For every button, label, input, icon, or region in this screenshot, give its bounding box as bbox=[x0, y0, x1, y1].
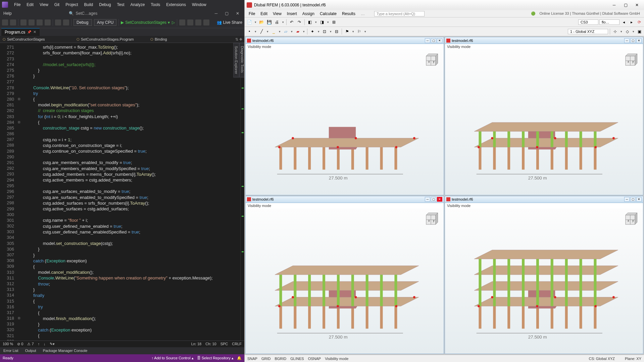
nav-down-icon[interactable]: ↓ bbox=[44, 342, 46, 346]
nav-cube[interactable]: z y bbox=[422, 51, 440, 70]
crumb-split-icon[interactable]: ⇅ ✚ bbox=[233, 37, 244, 42]
view-min-icon[interactable]: ─ bbox=[624, 197, 630, 202]
open-icon[interactable] bbox=[29, 19, 35, 25]
code-editor[interactable]: 2712722732742752762772782792802812822832… bbox=[0, 43, 244, 341]
nav-cube[interactable]: z y bbox=[422, 210, 440, 229]
minimize-button[interactable]: ─ bbox=[211, 10, 221, 17]
menu-insert[interactable]: Insert bbox=[284, 11, 300, 17]
nav-cube[interactable]: z y bbox=[621, 51, 640, 70]
nav-up-icon[interactable]: ↑ bbox=[38, 342, 40, 346]
tool-icon[interactable]: ⊹ bbox=[612, 28, 618, 35]
new-icon[interactable] bbox=[20, 19, 27, 25]
nav-cube[interactable]: z y bbox=[621, 210, 640, 229]
crumb-member[interactable]: Binding bbox=[148, 37, 170, 42]
overview-ruler[interactable] bbox=[240, 43, 244, 341]
flo-select[interactable]: flo… bbox=[599, 19, 620, 25]
line-icon[interactable]: ╱ bbox=[258, 28, 265, 35]
bottom-tab[interactable]: Error List bbox=[0, 348, 22, 354]
crumb-class[interactable]: SetConstructionStages.Program bbox=[74, 37, 148, 42]
refresh-icon[interactable]: ⟳ bbox=[636, 19, 643, 25]
glines[interactable]: GLINES bbox=[290, 357, 304, 361]
new-icon[interactable]: 📄 bbox=[246, 19, 253, 25]
print-icon[interactable]: 🖨 bbox=[274, 19, 280, 25]
tool-icon[interactable]: ▣ bbox=[636, 28, 643, 35]
view-close-icon[interactable]: ✕ bbox=[437, 197, 442, 202]
view-max-icon[interactable]: ▢ bbox=[431, 38, 436, 43]
config-select[interactable]: Debug bbox=[73, 19, 92, 26]
grid[interactable]: GRID bbox=[261, 357, 271, 361]
tool-icon[interactable]: ◧ bbox=[306, 19, 313, 25]
menu-analyze[interactable]: Analyze bbox=[128, 1, 148, 8]
menu-project[interactable]: Project bbox=[63, 1, 81, 8]
minimize-button[interactable]: ─ bbox=[609, 2, 619, 8]
maximize-button[interactable]: ▢ bbox=[222, 10, 232, 17]
menu-view[interactable]: View bbox=[270, 11, 284, 17]
code-area[interactable]: srfs[i].comment = floor_max.ToString(); … bbox=[21, 43, 240, 341]
member-icon[interactable]: ⎯ bbox=[270, 28, 277, 35]
menu-help[interactable]: Help bbox=[2, 11, 12, 16]
warnings[interactable]: ⚠ 7 bbox=[27, 342, 34, 346]
menu-edit[interactable]: Edit bbox=[258, 11, 270, 17]
view-max-icon[interactable]: ▢ bbox=[431, 197, 436, 202]
menu-git[interactable]: Git bbox=[52, 1, 62, 8]
close-icon[interactable]: ✕ bbox=[33, 30, 36, 34]
pin-icon[interactable]: 📌 bbox=[27, 30, 31, 34]
tool-icon[interactable]: ⚑ bbox=[344, 28, 350, 35]
menu-view[interactable]: View bbox=[37, 1, 51, 8]
menu-assign[interactable]: Assign bbox=[300, 11, 317, 17]
view-close-icon[interactable]: ✕ bbox=[636, 197, 642, 202]
tab-program-cs[interactable]: Program.cs 📌 ✕ bbox=[1, 28, 40, 36]
menu-file[interactable]: File bbox=[11, 1, 23, 8]
add-source-control[interactable]: ↑ Add to Source Control ▴ bbox=[151, 356, 193, 360]
bottom-tab[interactable]: Package Manager Console bbox=[40, 348, 91, 354]
close-button[interactable]: ✕ bbox=[233, 10, 242, 17]
menu-results[interactable]: Results bbox=[339, 11, 358, 17]
coord-select[interactable]: 1 - Global XYZ bbox=[568, 29, 608, 34]
indent[interactable]: SPC bbox=[220, 342, 228, 346]
viewport-canvas[interactable]: z y 27.500 m bbox=[246, 49, 444, 195]
tool-icon[interactable]: ◨ bbox=[318, 19, 325, 25]
close-button[interactable]: ✕ bbox=[632, 2, 642, 8]
menu-tools[interactable]: Tools bbox=[148, 1, 163, 8]
tool-icon[interactable]: ◇ bbox=[624, 28, 631, 35]
snap[interactable]: SNAP bbox=[247, 357, 257, 361]
viewport-1[interactable]: testmodel.rf6 ─ ▢ ✕ Visibility mode z y … bbox=[445, 37, 643, 195]
tool-icon[interactable] bbox=[179, 19, 185, 25]
tool-icon[interactable]: ✦ bbox=[309, 28, 316, 35]
menu-window[interactable]: Window bbox=[189, 1, 209, 8]
bgrid[interactable]: BGRID bbox=[275, 357, 286, 361]
view-close-icon[interactable]: ✕ bbox=[636, 38, 642, 43]
tool-icon[interactable]: ⊟ bbox=[333, 28, 340, 35]
view-max-icon[interactable]: ▢ bbox=[630, 197, 636, 202]
lineending[interactable]: CRLF bbox=[232, 342, 242, 346]
tool-icon[interactable] bbox=[203, 19, 209, 25]
select-repo[interactable]: 🗄 Select Repository ▴ bbox=[197, 356, 234, 360]
view-close-icon[interactable]: ✕ bbox=[437, 38, 442, 43]
redo-icon[interactable] bbox=[63, 19, 69, 25]
node-icon[interactable]: • bbox=[246, 28, 253, 35]
side-tool-tabs[interactable]: Diagnostic Tools Solution Explorer bbox=[233, 43, 244, 78]
open-icon[interactable]: 📂 bbox=[258, 19, 265, 25]
errors[interactable]: ⊘ 0 bbox=[17, 342, 23, 346]
tab-diagnostic[interactable]: Diagnostic Tools bbox=[239, 43, 244, 77]
tab-solution-explorer[interactable]: Solution Explorer bbox=[233, 43, 239, 77]
run-noDebug-icon[interactable]: ▷ bbox=[172, 20, 175, 25]
save-icon[interactable]: 💾 bbox=[266, 19, 273, 25]
live-share-button[interactable]: 👥 Live Share bbox=[217, 20, 242, 25]
vis-mode[interactable]: Visibility mode bbox=[325, 357, 348, 361]
viewport-canvas[interactable]: z y 27.500 m bbox=[445, 208, 643, 354]
platform-select[interactable]: Any CPU bbox=[94, 19, 116, 26]
tool-icon[interactable]: ⚐ bbox=[356, 28, 362, 35]
notifications-icon[interactable]: 🔔 bbox=[237, 356, 242, 360]
nav-back-icon[interactable] bbox=[2, 19, 8, 25]
save-icon[interactable] bbox=[37, 19, 43, 25]
tool-icon[interactable]: ⊞ bbox=[331, 19, 337, 25]
run-button[interactable]: SetConstructionStages ▾ bbox=[121, 20, 170, 25]
viewport-0[interactable]: testmodel.rf6 ─ ▢ ✕ Visibility mode z y … bbox=[245, 37, 444, 195]
menu-test[interactable]: Test bbox=[114, 1, 127, 8]
undo-icon[interactable] bbox=[55, 19, 61, 25]
osnap[interactable]: OSNAP bbox=[308, 357, 321, 361]
menu-build[interactable]: Build bbox=[82, 1, 96, 8]
menu-debug[interactable]: Debug bbox=[96, 1, 113, 8]
menu-file[interactable]: File bbox=[246, 11, 258, 17]
